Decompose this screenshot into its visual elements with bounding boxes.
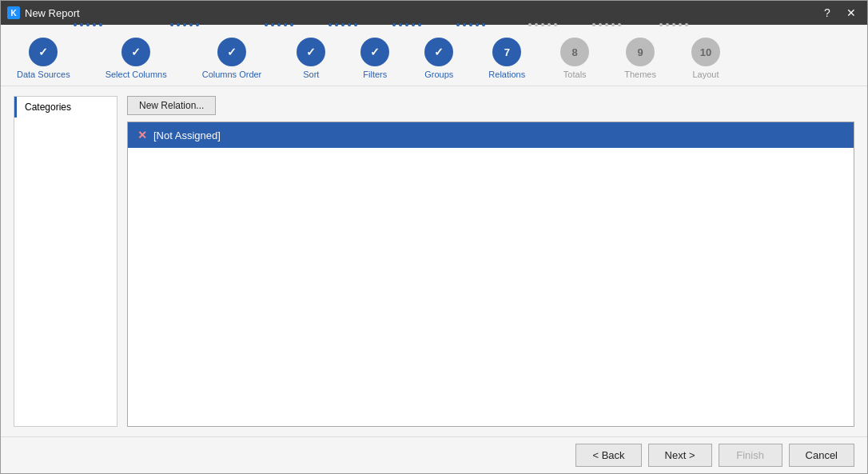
left-panel: Categories xyxy=(14,96,117,427)
step-9: 9 Themes xyxy=(624,38,656,79)
step-9-circle: 9 xyxy=(626,38,655,66)
step-4-circle: ✓ xyxy=(297,38,325,66)
step-2-label: Select Columns xyxy=(106,70,167,79)
list-item-label: [Not Assigned] xyxy=(153,129,221,141)
back-button[interactable]: < Back xyxy=(575,444,641,467)
step-6-label: Groups xyxy=(424,70,453,79)
step-8-circle: 8 xyxy=(560,38,589,66)
connector-8-9 xyxy=(589,23,624,26)
step-7-label: Relations xyxy=(488,70,525,79)
data-list-container: ✕ [Not Assigned] xyxy=(127,121,854,427)
steps-bar: ✓ Data Sources ✓ Select Columns xyxy=(1,25,867,86)
connector-5-6 xyxy=(389,23,424,26)
finish-button[interactable]: Finish xyxy=(719,444,782,467)
step-3-circle: ✓ xyxy=(217,38,246,66)
help-button[interactable]: ? xyxy=(818,5,837,21)
app-icon: K xyxy=(7,6,20,19)
content-area: Categories New Relation... ✕ [Not Assign… xyxy=(1,86,867,436)
step-2: ✓ Select Columns xyxy=(106,38,167,79)
left-panel-item-label: Categories xyxy=(25,102,71,113)
main-window: K New Report ? ✕ ✓ Data Sources ✓ xyxy=(0,0,868,474)
connector-3-4 xyxy=(261,23,297,26)
connector-6-7 xyxy=(453,23,488,26)
step-1-circle: ✓ xyxy=(29,38,58,66)
step-7: 7 Relations xyxy=(488,38,525,79)
list-item[interactable]: ✕ [Not Assigned] xyxy=(128,122,854,148)
connector-9-10 xyxy=(656,23,691,26)
step-1: ✓ Data Sources xyxy=(17,38,70,79)
step-6: ✓ Groups xyxy=(424,38,453,79)
cancel-button[interactable]: Cancel xyxy=(789,444,854,467)
connector-4-5 xyxy=(325,23,360,26)
step-8: 8 Totals xyxy=(560,38,589,79)
title-bar-controls: ? ✕ xyxy=(818,5,861,21)
step-3: ✓ Columns Order xyxy=(202,38,262,79)
step-3-label: Columns Order xyxy=(202,70,262,79)
step-8-label: Totals xyxy=(563,70,587,79)
next-button[interactable]: Next > xyxy=(648,444,712,467)
left-panel-item-categories[interactable]: Categories xyxy=(14,97,117,118)
step-7-circle: 7 xyxy=(492,38,521,66)
connector-7-8 xyxy=(525,23,560,26)
step-1-label: Data Sources xyxy=(17,70,70,79)
step-9-label: Themes xyxy=(624,70,656,79)
toolbar-row: New Relation... xyxy=(127,96,854,115)
step-4-label: Sort xyxy=(303,70,319,79)
step-5: ✓ Filters xyxy=(360,38,389,79)
footer: < Back Next > Finish Cancel xyxy=(1,436,867,473)
step-10: 10 Layout xyxy=(691,38,720,79)
right-panel: New Relation... ✕ [Not Assigned] xyxy=(127,96,854,427)
window-title: New Report xyxy=(25,7,818,19)
step-10-circle: 10 xyxy=(691,38,720,66)
step-5-circle: ✓ xyxy=(360,38,389,66)
new-relation-button[interactable]: New Relation... xyxy=(127,96,216,115)
close-button[interactable]: ✕ xyxy=(842,5,861,21)
step-4: ✓ Sort xyxy=(297,38,325,79)
remove-icon: ✕ xyxy=(137,129,147,141)
step-10-label: Layout xyxy=(692,70,719,79)
step-2-circle: ✓ xyxy=(121,38,150,66)
connector-1-2 xyxy=(70,23,106,26)
connector-2-3 xyxy=(167,23,202,26)
title-bar: K New Report ? ✕ xyxy=(1,1,867,25)
step-5-label: Filters xyxy=(363,70,387,79)
step-6-circle: ✓ xyxy=(424,38,453,66)
